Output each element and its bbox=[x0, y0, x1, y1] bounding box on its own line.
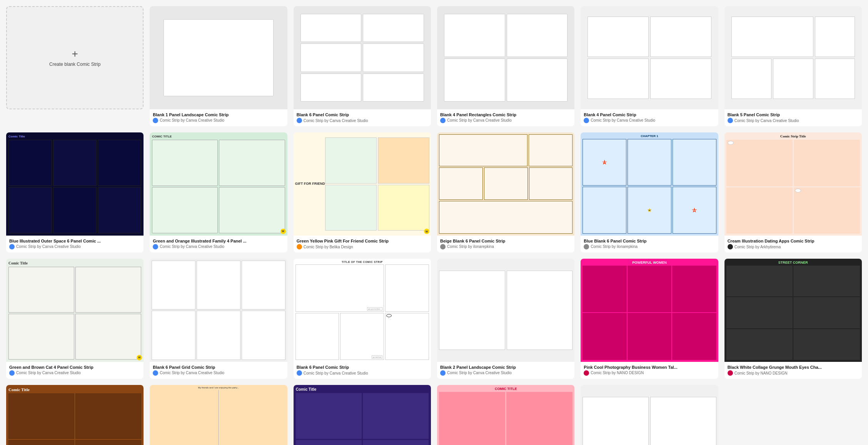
card-thumbnail: POWERFUL WOMEN bbox=[581, 259, 718, 362]
avatar bbox=[297, 370, 302, 376]
template-card-blank-6-titled[interactable]: TITLE OF THE COMIC STRIP put your text h… bbox=[294, 259, 431, 379]
card-subtitle: Comic Strip by Canva Creative Studio bbox=[728, 118, 859, 123]
card-title: Green and Orange Illustrated Family 4 Pa… bbox=[153, 239, 284, 243]
template-card-gift-friend[interactable]: GIFT FOR FRIEND W Green Yellow Pink Gift… bbox=[294, 132, 431, 253]
avatar bbox=[153, 370, 158, 376]
template-card-family[interactable]: COMIC TITLE W Green and Orange Illustrat… bbox=[150, 132, 287, 253]
template-card-powerful-women[interactable]: POWERFUL WOMEN Pink Cool Photography Bus… bbox=[581, 259, 718, 379]
card-thumbnail bbox=[437, 132, 574, 236]
create-blank-card[interactable]: + Create blank Comic Strip bbox=[6, 6, 144, 126]
template-card-party[interactable]: My friends and I are enjoying the party.… bbox=[150, 385, 287, 445]
card-subtitle: Comic Strip by ilonarepkina bbox=[584, 244, 715, 249]
avatar bbox=[584, 118, 589, 123]
template-card-blank-6grid[interactable]: Blank 6 Panel Grid Comic Strip Comic Str… bbox=[150, 259, 287, 379]
thumb-title: POWERFUL WOMEN bbox=[632, 261, 666, 264]
card-title: Blank 2 Panel Landscape Comic Strip bbox=[440, 365, 571, 370]
card-thumbnail bbox=[294, 6, 431, 109]
avatar bbox=[584, 370, 589, 376]
template-card-blank-1panel[interactable]: Blank 1 Panel Landscape Comic Strip Comi… bbox=[150, 6, 287, 126]
card-title: Blue Blank 6 Panel Comic Strip bbox=[584, 239, 715, 243]
thumb-text: COMIC TITLE bbox=[152, 135, 172, 138]
avatar bbox=[728, 244, 733, 249]
card-thumbnail: GIFT FOR FRIEND W bbox=[294, 132, 431, 236]
thumb-text: Comic Title bbox=[8, 387, 30, 392]
avatar bbox=[9, 244, 15, 249]
card-thumbnail bbox=[437, 6, 574, 109]
card-title: Green Yellow Pink Gift For Friend Comic … bbox=[297, 239, 428, 243]
template-card-blank-6panel[interactable]: Blank 6 Panel Comic Strip Comic Strip by… bbox=[294, 6, 431, 126]
card-thumbnail: TITLE OF THE COMIC STRIP put your text h… bbox=[294, 259, 431, 362]
template-card-blue-blank-6panel[interactable]: CHAPTER 1 BOOF ZAP CRASH Blue Blank 6 Pa… bbox=[581, 132, 718, 253]
avatar bbox=[9, 370, 15, 376]
plus-icon: + bbox=[72, 49, 78, 59]
avatar bbox=[584, 244, 589, 249]
card-subtitle: Comic Strip by Canva Creative Studio bbox=[153, 370, 284, 376]
thumb-text: COMIC TITLE bbox=[495, 387, 517, 391]
card-subtitle: Comic Strip by Canva Creative Studio bbox=[440, 118, 571, 123]
template-card-street-corner[interactable]: STREET CORNER Black White Collage Grunge… bbox=[724, 259, 862, 379]
card-title: Cream Illustration Dating Apps Comic Str… bbox=[728, 239, 859, 243]
card-title: Blank 4 Panel Rectangles Comic Strip bbox=[440, 112, 571, 117]
card-title: Blank 6 Panel Comic Strip bbox=[297, 112, 428, 117]
avatar bbox=[728, 370, 733, 376]
card-thumbnail: Comic Title bbox=[6, 132, 144, 236]
card-thumbnail: My friends and I are enjoying the party.… bbox=[150, 385, 287, 445]
template-card-cream-dating[interactable]: Comic Strip Title Cream Illustration Dat… bbox=[724, 132, 862, 253]
card-thumbnail bbox=[437, 259, 574, 362]
card-title: Blank 4 Panel Comic Strip bbox=[584, 112, 715, 117]
template-card-blank-2-landscape[interactable]: Blank 2 Panel Landscape Comic Strip Comi… bbox=[437, 259, 574, 379]
template-card-cat-4panel[interactable]: Comic Title W Green and Brown Cat 4 Pane… bbox=[6, 259, 144, 379]
avatar bbox=[153, 118, 158, 123]
card-subtitle: Comic Strip by Canva Creative Studio bbox=[153, 244, 284, 249]
card-subtitle: Comic Strip by Canva Creative Studio bbox=[297, 118, 428, 123]
thumb-title: Comic Strip Title bbox=[726, 134, 860, 138]
template-card-pink-comic[interactable]: COMIC TITLE Comic Title Comic Strip bbox=[437, 385, 574, 445]
template-card-beige-blank[interactable]: Beige Blank 6 Panel Comic Strip Comic St… bbox=[437, 132, 574, 253]
card-thumbnail: Comic Title bbox=[294, 385, 431, 445]
card-subtitle: Comic Strip by ilonarepkina bbox=[440, 244, 571, 249]
card-thumbnail: Comic Title W bbox=[6, 385, 144, 445]
card-subtitle: Comic Strip by Canva Creative Studio bbox=[9, 370, 140, 376]
card-title: Blank 1 Panel Landscape Comic Strip bbox=[153, 112, 284, 117]
card-thumbnail bbox=[581, 385, 718, 445]
thumb-text: Comic Title bbox=[8, 135, 25, 138]
card-thumbnail: COMIC TITLE bbox=[437, 385, 574, 445]
card-subtitle: Comic Strip by NANO DESIGN bbox=[584, 370, 715, 376]
template-card-purple[interactable]: Comic Title Comic Title Comic Strip by C… bbox=[294, 385, 431, 445]
avatar bbox=[440, 118, 446, 123]
avatar bbox=[440, 244, 446, 249]
card-thumbnail: Comic Strip Title bbox=[724, 132, 862, 236]
thumb-text: My friends and I are enjoying the party.… bbox=[198, 386, 239, 389]
thumb-text: GIFT FOR FRIEND bbox=[295, 182, 325, 186]
avatar bbox=[297, 118, 302, 123]
card-title: Black White Collage Grunge Mouth Eyes Ch… bbox=[728, 365, 859, 370]
card-subtitle: Comic Strip by Canva Creative Studio bbox=[297, 370, 428, 376]
card-thumbnail bbox=[150, 6, 287, 109]
create-blank-thumb[interactable]: + Create blank Comic Strip bbox=[6, 6, 144, 109]
template-card-blank-4rect[interactable]: Blank 4 Panel Rectangles Comic Strip Com… bbox=[437, 6, 574, 126]
card-title: Green and Brown Cat 4 Panel Comic Strip bbox=[9, 365, 140, 370]
create-blank-label: Create blank Comic Strip bbox=[49, 62, 100, 67]
card-title: Blank 5 Panel Comic Strip bbox=[728, 112, 859, 117]
template-card-blank-4panel[interactable]: Blank 4 Panel Comic Strip Comic Strip by… bbox=[581, 6, 718, 126]
template-grid: + Create blank Comic Strip Blank 1 Panel… bbox=[0, 0, 868, 445]
thumb-text: Comic Title bbox=[296, 387, 317, 391]
template-card-blank-light[interactable]: Blank Comic Strip Comic Strip by Canva C… bbox=[581, 385, 718, 445]
avatar bbox=[728, 118, 733, 123]
template-card-brown-comic[interactable]: Comic Title W Comic Title Comic Strip by… bbox=[6, 385, 144, 445]
card-subtitle: Comic Strip by Canva Creative Studio bbox=[9, 244, 140, 249]
card-thumbnail bbox=[581, 6, 718, 109]
card-thumbnail bbox=[724, 6, 862, 109]
template-card-blank-5panel[interactable]: Blank 5 Panel Comic Strip Comic Strip by… bbox=[724, 6, 862, 126]
avatar bbox=[297, 244, 302, 249]
card-subtitle: Comic Strip by Canva Creative Studio bbox=[440, 370, 571, 376]
thumb-title: STREET CORNER bbox=[778, 261, 808, 264]
card-thumbnail: Comic Title W bbox=[6, 259, 144, 362]
card-title: Blue Illustrated Outer Space 6 Panel Com… bbox=[9, 239, 140, 243]
card-thumbnail: CHAPTER 1 BOOF ZAP CRASH bbox=[581, 132, 718, 236]
card-thumbnail: COMIC TITLE W bbox=[150, 132, 287, 236]
card-subtitle: Comic Strip by Belika Design bbox=[297, 244, 428, 249]
thumb-title: TITLE OF THE COMIC STRIP bbox=[295, 261, 429, 263]
card-subtitle: Comic Strip by NANO DESIGN bbox=[728, 370, 859, 376]
template-card-outer-space[interactable]: Comic Title Blue Illustrated Outer Space… bbox=[6, 132, 144, 253]
